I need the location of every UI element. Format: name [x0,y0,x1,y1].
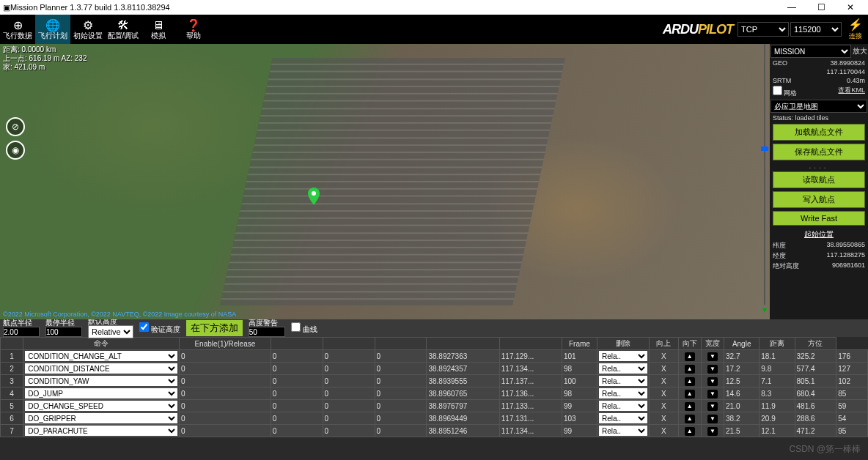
move-up-button[interactable]: ▲ [685,377,695,386]
view-kml-link[interactable]: 查看KML [838,86,865,98]
toolbar-模拟[interactable]: 🖥模拟 [141,15,176,44]
delete-button[interactable]: X [661,365,666,373]
table-row[interactable]: 5DO_CHANGE_SPEED38.8976797117.133...99Re… [1,400,868,412]
svg-point-0 [312,191,316,196]
maximize-button[interactable]: ☐ [806,2,836,12]
baud-select[interactable]: 115200 [790,22,842,37]
map-view[interactable]: 距离: 0.0000 km上一点: 616.19 m AZ: 232家: 421… [0,44,770,319]
move-up-button[interactable]: ▲ [685,390,695,398]
move-down-button[interactable]: ▼ [707,427,718,436]
close-button[interactable]: ✕ [836,2,865,12]
map-tools: ⊘ ◉ [6,117,25,160]
titlebar: ▣ Mission Planner 1.3.77 build 1.3.8110.… [0,0,868,15]
grid-checkbox[interactable]: 网格 [773,86,797,98]
status-text: Status: loaded tiles [770,114,868,122]
toolbar-帮助[interactable]: ❓帮助 [176,15,211,44]
main-toolbar: ⊕飞行数据🌐飞行计划⚙初始设置🛠配置/调试🖥模拟❓帮助 ARDUPILOT TC… [0,15,868,44]
move-up-button[interactable]: ▲ [685,402,695,411]
spline-checkbox[interactable]: 曲线 [291,322,317,335]
table-row[interactable]: 4DO_JUMP38.8960765117.136...98Rela..X▲▼1… [1,387,868,400]
connection-panel: TCP 115200 ⚡连接 [738,15,868,44]
move-up-button[interactable]: ▲ [685,415,695,423]
command-select[interactable]: CONDITION_YAW [25,376,177,386]
alt-warn-input[interactable] [249,327,285,337]
command-select[interactable]: DO_GRIPPER [25,413,177,423]
table-row[interactable]: 7DO_PARACHUTE38.8951246117.134...99Rela.… [1,425,868,437]
command-select[interactable]: DO_JUMP [25,388,177,398]
read-wp-button[interactable]: 读取航点 [773,171,865,188]
right-panel: MISSION 放大 GEO38.8990824 117.1170044 SRT… [770,44,868,319]
ardupilot-logo: ARDUPILOT [211,22,738,37]
move-down-button[interactable]: ▼ [707,365,718,374]
command-select[interactable]: CONDITION_CHANGE_ALT [25,351,177,361]
write-fast-button[interactable]: Write Fast [773,211,865,226]
protocol-select[interactable]: TCP [738,22,789,37]
table-row[interactable]: 3CONDITION_YAW38.8939555117.137...100Rel… [1,375,868,387]
waypoint-table[interactable]: 命令Enable(1)/ReleaseFrame删除向上向下宽度Angle距离方… [0,337,868,460]
waypoint-options-bar: 航点半径 最停半径 默认高度Relative 验证高度 在下方添加 高度警告 曲… [0,319,868,337]
maptype-select[interactable]: 必应卫星地图 [770,100,867,113]
move-down-button[interactable]: ▼ [707,377,718,386]
move-up-button[interactable]: ▲ [685,427,695,436]
window-title: Mission Planner 1.3.77 build 1.3.8110.38… [10,3,777,12]
home-lat[interactable]: 38.89550865 [807,241,865,251]
mission-select[interactable]: MISSION [770,45,851,58]
move-down-button[interactable]: ▼ [707,390,718,398]
delete-button[interactable]: X [661,377,666,385]
delete-button[interactable]: X [661,427,666,435]
zoom-label: 放大 [853,46,867,56]
center-icon[interactable]: ◉ [6,141,25,160]
table-row[interactable]: 1CONDITION_CHANGE_ALT38.8927363117.129..… [1,350,868,363]
table-row[interactable]: 6DO_GRIPPER38.8969449117.131...103Rela..… [1,412,868,425]
delete-button[interactable]: X [661,402,666,410]
connect-button[interactable]: ⚡连接 [843,17,868,42]
loiter-radius-input[interactable] [45,327,82,337]
map-distance-info: 距离: 0.0000 km上一点: 616.19 m AZ: 232家: 421… [3,45,87,72]
move-down-button[interactable]: ▼ [707,415,718,423]
zoom-slider[interactable]: ▾ [761,44,768,315]
toolbar-初始设置[interactable]: ⚙初始设置 [70,15,106,44]
move-up-button[interactable]: ▲ [685,352,695,361]
home-marker[interactable] [308,188,320,205]
table-row[interactable]: 2CONDITION_DISTANCE38.8924357117.134...9… [1,363,868,375]
alt-frame-select[interactable]: Relative [88,325,133,338]
move-down-button[interactable]: ▼ [707,402,718,411]
toolbar-飞行数据[interactable]: ⊕飞行数据 [0,15,35,44]
delete-button[interactable]: X [661,390,666,398]
delete-button[interactable]: X [661,415,666,423]
app-icon: ▣ [3,3,10,12]
home-alt[interactable]: 906981601 [807,261,865,271]
command-select[interactable]: DO_CHANGE_SPEED [25,401,177,411]
wp-radius-input[interactable] [3,327,40,337]
compass-icon[interactable]: ⊘ [6,117,25,136]
move-down-button[interactable]: ▼ [707,352,718,361]
write-wp-button[interactable]: 写入航点 [773,191,865,208]
toolbar-飞行计划[interactable]: 🌐飞行计划 [35,15,70,44]
move-up-button[interactable]: ▲ [685,365,695,374]
home-lon[interactable]: 117.1288275 [807,251,865,261]
verify-alt-checkbox[interactable]: 验证高度 [139,322,180,335]
load-wp-button[interactable]: 加载航点文件 [773,124,865,141]
delete-button[interactable]: X [661,352,666,360]
watermark: CSDN @第一棒棒 [789,443,861,456]
command-select[interactable]: CONDITION_DISTANCE [25,363,177,374]
minimize-button[interactable]: — [777,2,806,12]
save-wp-button[interactable]: 保存航点文件 [773,144,865,160]
home-pos-title: 起始位置 [770,227,868,240]
toolbar-配置/调试[interactable]: 🛠配置/调试 [106,15,141,44]
command-select[interactable]: DO_PARACHUTE [25,426,177,436]
map-copyright: ©2022 Microsoft Corporation, ©2022 NAVTE… [3,311,236,318]
add-below-button[interactable]: 在下方添加 [186,320,243,336]
